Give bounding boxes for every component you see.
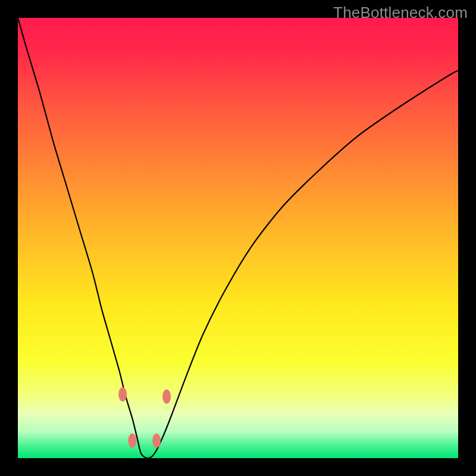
gradient-background	[18, 18, 458, 458]
chart-frame: TheBottleneck.com	[0, 0, 476, 476]
marker-right-upper	[162, 389, 171, 403]
marker-left-lower	[128, 433, 136, 447]
marker-right-lower	[152, 433, 161, 447]
bottleneck-chart	[18, 18, 458, 458]
marker-left-upper	[118, 387, 127, 402]
